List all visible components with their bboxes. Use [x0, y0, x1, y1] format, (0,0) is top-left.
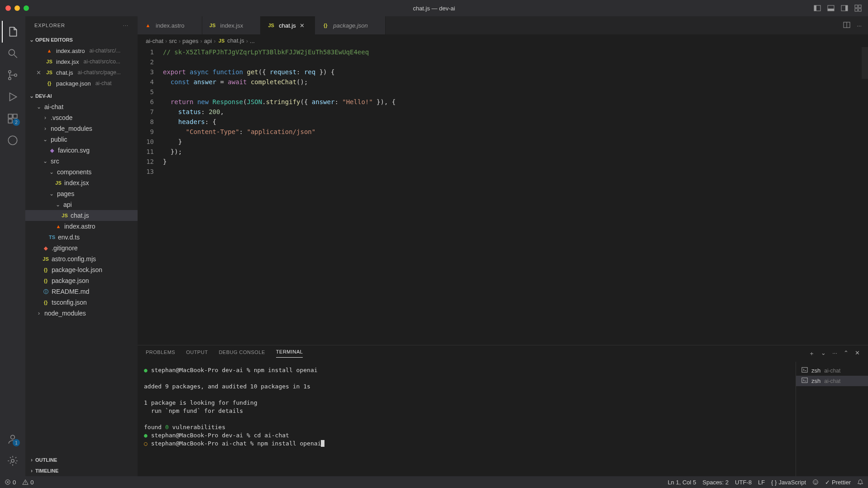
code-editor[interactable]: 12345678910111213 // sk-X5ZlTaFPJhTJgVZq…	[138, 47, 868, 345]
breadcrumb-segment[interactable]: src	[169, 38, 176, 44]
editor-tab[interactable]: JS chat.js ✕	[261, 16, 315, 34]
panel-tab[interactable]: PROBLEMS	[146, 349, 175, 358]
tab-more-icon[interactable]: ···	[857, 22, 862, 29]
svg-rect-9	[858, 9, 861, 11]
breadcrumb-segment[interactable]: JS chat.js	[218, 37, 244, 45]
svg-line-11	[14, 55, 17, 58]
toggle-secondary-sidebar-icon[interactable]	[841, 5, 848, 12]
panel-more-icon[interactable]: ···	[832, 349, 837, 358]
activity-settings[interactable]	[2, 450, 24, 472]
status-language[interactable]: { } JavaScript	[771, 479, 806, 486]
toggle-primary-sidebar-icon[interactable]	[814, 5, 821, 12]
editor-tab[interactable]: ▲ index.astro	[138, 16, 202, 34]
chevron-right-icon: ›	[246, 38, 248, 44]
status-indent[interactable]: Spaces: 2	[702, 479, 729, 486]
tree-item-label: index.astro	[64, 223, 95, 230]
check-icon: ✓	[825, 479, 830, 486]
terminal[interactable]: ● stephan@MacBook-Pro dev-ai % npm insta…	[138, 362, 796, 476]
status-warnings[interactable]: 0	[22, 479, 33, 486]
tree-item[interactable]: {} package-lock.json	[25, 264, 138, 275]
tree-item[interactable]: ⓘ README.md	[25, 286, 138, 297]
activity-extensions[interactable]: 2	[2, 108, 24, 129]
tree-item[interactable]: JS index.jsx	[25, 177, 138, 188]
open-editor-item[interactable]: JS index.jsx ai-chat/src/co...	[25, 56, 138, 67]
status-errors[interactable]: 0	[5, 479, 16, 486]
terminal-list-item[interactable]: zsh ai-chat	[796, 365, 868, 376]
tree-item[interactable]: ▲ index.astro	[25, 221, 138, 232]
window-close-icon[interactable]	[5, 5, 11, 11]
status-encoding[interactable]: UTF-8	[735, 479, 752, 486]
minimap[interactable]	[862, 47, 868, 345]
tree-item[interactable]: {} package.json	[25, 275, 138, 286]
split-editor-icon[interactable]	[843, 21, 850, 30]
new-terminal-icon[interactable]: ＋	[809, 349, 815, 358]
status-notifications-icon[interactable]	[857, 479, 863, 485]
status-eol[interactable]: LF	[758, 479, 765, 486]
activity-search[interactable]	[2, 43, 24, 64]
status-prettier[interactable]: ✓ Prettier	[825, 479, 851, 486]
tree-item[interactable]: › .vscode	[25, 112, 138, 123]
panel-tab[interactable]: OUTPUT	[186, 349, 208, 358]
status-cursor[interactable]: Ln 1, Col 5	[668, 479, 696, 486]
open-editor-item[interactable]: ✕ JS chat.js ai-chat/src/page...	[25, 67, 138, 78]
tree-item-label: api	[63, 201, 72, 208]
terminal-cwd: ai-chat	[824, 378, 840, 384]
tree-item-label: tsconfig.json	[52, 299, 87, 306]
status-feedback-icon[interactable]	[812, 479, 819, 485]
panel-tab[interactable]: DEBUG CONSOLE	[219, 349, 265, 358]
terminal-dropdown-icon[interactable]: ⌄	[821, 349, 826, 358]
tree-item-label: node_modules	[51, 125, 92, 132]
editor-tab[interactable]: {} package.json	[315, 16, 386, 34]
close-panel-icon[interactable]: ✕	[855, 349, 860, 358]
tree-item[interactable]: TS env.d.ts	[25, 232, 138, 243]
activity-edge[interactable]	[2, 129, 24, 151]
open-editor-item[interactable]: {} package.json ai-chat	[25, 78, 138, 89]
tree-item[interactable]: ⌄ pages	[25, 188, 138, 199]
close-icon[interactable]: ✕	[36, 69, 43, 76]
svg-rect-24	[802, 378, 807, 383]
tree-item[interactable]: ◆ favicon.svg	[25, 145, 138, 156]
activity-run-debug[interactable]	[2, 86, 24, 108]
tree-item[interactable]: › node_modules	[25, 308, 138, 319]
maximize-panel-icon[interactable]: ⌃	[844, 349, 849, 358]
sidebar-more-icon[interactable]: ···	[123, 23, 129, 28]
tree-item[interactable]: ⌄ src	[25, 156, 138, 167]
editor-tab[interactable]: JS index.jsx	[202, 16, 261, 34]
activity-explorer[interactable]	[2, 21, 24, 43]
tree-item[interactable]: JS astro.config.mjs	[25, 254, 138, 264]
terminal-list-item[interactable]: zsh ai-chat	[796, 376, 868, 386]
panel-tab[interactable]: TERMINAL	[276, 349, 303, 358]
toggle-panel-icon[interactable]	[827, 5, 835, 12]
file-path: ai-chat/src/page...	[78, 69, 121, 76]
svg-rect-23	[802, 368, 807, 373]
activity-accounts[interactable]: 1	[2, 428, 24, 450]
outline-header[interactable]: › OUTLINE	[25, 455, 138, 465]
timeline-header[interactable]: › TIMELINE	[25, 465, 138, 476]
customize-layout-icon[interactable]	[854, 5, 862, 12]
breadcrumb-segment[interactable]: pages	[182, 38, 198, 44]
breadcrumb-segment[interactable]: ai-chat	[146, 38, 163, 44]
breadcrumb[interactable]: ai-chat› src› pages› api›JS chat.js› ...	[138, 34, 868, 47]
workspace-header[interactable]: ⌄ DEV-AI	[25, 91, 138, 101]
tree-item[interactable]: ⌄ components	[25, 167, 138, 177]
svg-point-29	[815, 481, 815, 482]
tree-item[interactable]: ◆ .gitignore	[25, 243, 138, 254]
chevron-right-icon: ›	[165, 38, 167, 44]
breadcrumb-segment[interactable]: api	[204, 38, 212, 44]
open-editors-header[interactable]: ⌄ OPEN EDITORS	[25, 34, 138, 45]
tree-item[interactable]: › node_modules	[25, 123, 138, 134]
close-icon[interactable]: ✕	[300, 22, 307, 29]
open-editor-item[interactable]: ▲ index.astro ai-chat/src/...	[25, 45, 138, 56]
tree-item[interactable]: ⌄ api	[25, 199, 138, 210]
activity-source-control[interactable]	[2, 64, 24, 86]
window-minimize-icon[interactable]	[14, 5, 20, 11]
breadcrumb-segment[interactable]: ...	[250, 38, 255, 44]
editor-tabs: ▲ index.astro JS index.jsx JS chat.js ✕ …	[138, 16, 868, 34]
tree-item[interactable]: JS chat.js	[25, 210, 138, 221]
file-name: index.jsx	[56, 58, 79, 65]
tree-item[interactable]: ⌄ ai-chat	[25, 101, 138, 112]
window-maximize-icon[interactable]	[24, 5, 29, 11]
tree-item[interactable]: ⌄ public	[25, 134, 138, 145]
tree-item[interactable]: {} tsconfig.json	[25, 297, 138, 308]
terminal-icon	[801, 377, 808, 385]
